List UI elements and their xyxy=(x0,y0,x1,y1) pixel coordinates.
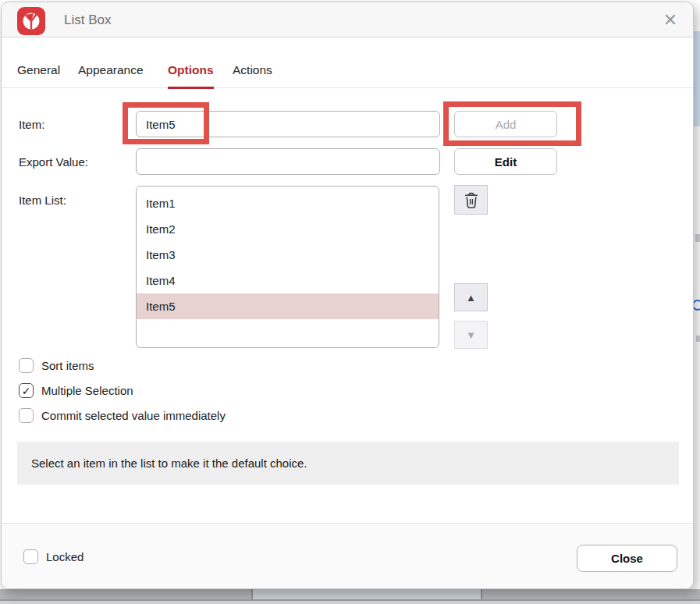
checkbox-box: ✓ xyxy=(19,358,34,373)
background-page-edge xyxy=(251,589,482,599)
item-listbox: Item1 Item2 Item3 Item4 Item5 xyxy=(136,186,439,348)
checkbox-box: ✓ xyxy=(23,549,38,564)
close-icon[interactable]: ✕ xyxy=(659,9,682,32)
trash-icon xyxy=(464,191,479,209)
move-up-button[interactable]: ▲ xyxy=(454,283,488,311)
add-button[interactable]: Add xyxy=(454,111,557,137)
close-button[interactable]: Close xyxy=(577,545,677,572)
background-taskbar-edge xyxy=(0,599,700,604)
item-label: Item: xyxy=(19,118,44,131)
locked-checkbox[interactable]: ✓ Locked xyxy=(23,549,84,564)
checkbox-box: ✓ xyxy=(19,408,34,423)
tab-appearance[interactable]: Appearance xyxy=(78,63,144,87)
list-box-field-icon xyxy=(17,7,45,35)
list-box-properties-dialog: List Box ✕ General Appearance Options Ac… xyxy=(1,2,694,589)
tab-actions[interactable]: Actions xyxy=(233,63,272,87)
commit-immediately-checkbox[interactable]: ✓ Commit selected value immediately xyxy=(19,408,226,423)
move-down-button[interactable]: ▼ xyxy=(454,321,488,349)
delete-item-button[interactable] xyxy=(454,185,488,215)
dialog-footer: ✓ Locked Close xyxy=(2,523,693,589)
checkbox-label: Locked xyxy=(46,550,84,563)
checkbox-box: ✓ xyxy=(19,383,34,398)
multiple-selection-checkbox[interactable]: ✓ Multiple Selection xyxy=(19,383,133,398)
dialog-titlebar: List Box ✕ xyxy=(2,2,693,37)
sort-items-checkbox[interactable]: ✓ Sort items xyxy=(19,358,94,373)
list-item[interactable]: Item1 xyxy=(137,190,439,216)
list-item[interactable]: Item2 xyxy=(137,216,439,242)
edit-button[interactable]: Edit xyxy=(454,148,557,175)
checkbox-label: Multiple Selection xyxy=(41,384,133,397)
export-value-input[interactable] xyxy=(136,148,440,175)
tab-bar: General Appearance Options Actions xyxy=(2,38,693,88)
item-input[interactable] xyxy=(136,111,440,137)
down-arrow-icon: ▼ xyxy=(466,329,476,341)
checkmark-icon: ✓ xyxy=(22,385,31,397)
list-item[interactable]: Item4 xyxy=(137,268,439,293)
tab-options[interactable]: Options xyxy=(168,63,214,89)
export-value-label: Export Value: xyxy=(19,155,88,169)
list-item[interactable]: Item5 xyxy=(137,293,439,319)
checkbox-label: Sort items xyxy=(41,359,94,372)
hint-text: Select an item in the list to make it th… xyxy=(17,442,679,485)
background-mark xyxy=(696,336,700,342)
tab-general[interactable]: General xyxy=(17,63,60,87)
item-list-label: Item List: xyxy=(19,194,66,207)
background-mark xyxy=(695,234,700,242)
up-arrow-icon: ▲ xyxy=(466,292,476,304)
checkbox-label: Commit selected value immediately xyxy=(41,409,226,422)
dialog-title: List Box xyxy=(64,12,111,28)
screen: List Box ✕ General Appearance Options Ac… xyxy=(0,0,700,604)
list-item[interactable]: Item3 xyxy=(137,242,439,268)
